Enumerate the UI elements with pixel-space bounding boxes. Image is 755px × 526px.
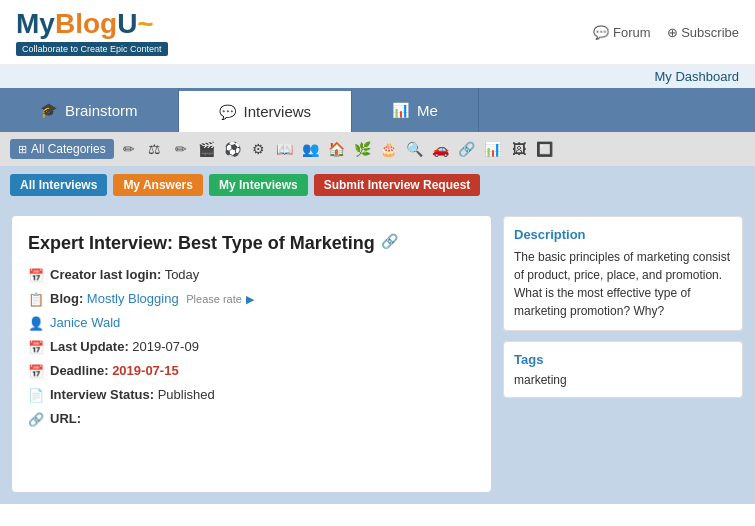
right-panel: Description The basic principles of mark… xyxy=(503,216,743,492)
last-update-value: 2019-07-09 xyxy=(132,339,199,354)
creator-label: Creator last login: xyxy=(50,267,161,282)
status-label: Interview Status: xyxy=(50,387,154,402)
tab-me[interactable]: 📊 Me xyxy=(352,88,479,132)
book-icon[interactable]: 📖 xyxy=(274,138,296,160)
subscribe-icon: ⊕ xyxy=(667,25,678,40)
blog-row: 📋 Blog: Mostly Blogging Please rate ▶ xyxy=(28,291,475,307)
chat-icon: 💬 xyxy=(593,25,609,40)
logo-tagline: Collaborate to Create Epic Content xyxy=(16,42,168,56)
my-answers-button[interactable]: My Answers xyxy=(113,174,203,196)
post-title-text: Expert Interview: Best Type of Marketing xyxy=(28,232,375,255)
post-title: Expert Interview: Best Type of Marketing… xyxy=(28,232,475,255)
me-tab-label: Me xyxy=(417,102,438,119)
logo-my: My xyxy=(16,8,55,39)
image-icon[interactable]: 🖼 xyxy=(508,138,530,160)
logo-u: U xyxy=(117,8,137,39)
deadline-icon: 📅 xyxy=(28,364,44,379)
leaf-icon[interactable]: 🌿 xyxy=(352,138,374,160)
search-icon[interactable]: 🔍 xyxy=(404,138,426,160)
filter-bar: All Interviews My Answers My Interviews … xyxy=(0,166,755,204)
link-icon[interactable]: 🔗 xyxy=(456,138,478,160)
sports-icon[interactable]: ⚽ xyxy=(222,138,244,160)
brainstorm-icon: 🎓 xyxy=(40,102,57,118)
categories-bar: ⊞ All Categories ✏ ⚖ ✏ 🎬 ⚽ ⚙ 📖 👥 🏠 🌿 🎂 🔍… xyxy=(0,132,755,166)
interviews-tab-label: Interviews xyxy=(244,103,312,120)
status-value: Published xyxy=(158,387,215,402)
video-icon[interactable]: 🎬 xyxy=(196,138,218,160)
bar-chart-icon[interactable]: 📊 xyxy=(482,138,504,160)
my-interviews-button[interactable]: My Interviews xyxy=(209,174,308,196)
blog-icon: 📋 xyxy=(28,292,44,307)
grid-icon: ⊞ xyxy=(18,143,27,156)
scales-icon[interactable]: ⚖ xyxy=(144,138,166,160)
home-icon[interactable]: 🏠 xyxy=(326,138,348,160)
description-title: Description xyxy=(514,227,732,242)
tag-item: marketing xyxy=(514,373,732,387)
header-nav: 💬 Forum ⊕ Subscribe xyxy=(593,25,739,40)
me-icon: 📊 xyxy=(392,102,409,118)
my-dashboard-link[interactable]: My Dashboard xyxy=(654,69,739,84)
subscribe-label: Subscribe xyxy=(681,25,739,40)
deadline-label: Deadline: xyxy=(50,363,109,378)
main-content: Expert Interview: Best Type of Marketing… xyxy=(0,204,755,504)
status-icon: 📄 xyxy=(28,388,44,403)
submit-interview-request-button[interactable]: Submit Interview Request xyxy=(314,174,481,196)
tags-title: Tags xyxy=(514,352,732,367)
tags-box: Tags marketing xyxy=(503,341,743,398)
forum-link[interactable]: 💬 Forum xyxy=(593,25,650,40)
deadline-row: 📅 Deadline: 2019-07-15 xyxy=(28,363,475,379)
all-categories-label: All Categories xyxy=(31,142,106,156)
please-rate-text: Please rate xyxy=(186,293,242,305)
update-icon: 📅 xyxy=(28,340,44,355)
all-interviews-button[interactable]: All Interviews xyxy=(10,174,107,196)
tab-interviews[interactable]: 💬 Interviews xyxy=(179,88,353,132)
author-row: 👤 Janice Wald xyxy=(28,315,475,331)
description-box: Description The basic principles of mark… xyxy=(503,216,743,331)
subscribe-link[interactable]: ⊕ Subscribe xyxy=(667,25,739,40)
dashboard-bar: My Dashboard xyxy=(0,65,755,88)
chain-icon: 🔗 xyxy=(381,232,398,250)
page-header: MyBlogU~ Collaborate to Create Epic Cont… xyxy=(0,0,755,65)
pen-icon[interactable]: ✏ xyxy=(170,138,192,160)
last-update-label: Last Update: xyxy=(50,339,129,354)
cake-icon[interactable]: 🎂 xyxy=(378,138,400,160)
right-arrow-icon: ▶ xyxy=(246,293,254,305)
people-icon[interactable]: 👥 xyxy=(300,138,322,160)
deadline-value: 2019-07-15 xyxy=(112,363,179,378)
car-icon[interactable]: 🚗 xyxy=(430,138,452,160)
description-content: The basic principles of marketing consis… xyxy=(514,248,732,320)
url-row: 🔗 URL: xyxy=(28,411,475,427)
calendar-icon: 📅 xyxy=(28,268,44,283)
pencil-icon[interactable]: ✏ xyxy=(118,138,140,160)
creator-login-row: 📅 Creator last login: Today xyxy=(28,267,475,283)
logo-text: MyBlogU~ xyxy=(16,8,168,40)
brainstorm-tab-label: Brainstorm xyxy=(65,102,138,119)
url-icon: 🔗 xyxy=(28,412,44,427)
creator-value: Today xyxy=(165,267,200,282)
interviews-icon: 💬 xyxy=(219,104,236,120)
forum-label: Forum xyxy=(613,25,651,40)
blog-link[interactable]: Mostly Blogging xyxy=(87,291,179,306)
tab-brainstorm[interactable]: 🎓 Brainstorm xyxy=(0,88,179,132)
author-link[interactable]: Janice Wald xyxy=(50,315,120,330)
logo[interactable]: MyBlogU~ Collaborate to Create Epic Cont… xyxy=(16,8,168,56)
post-detail-panel: Expert Interview: Best Type of Marketing… xyxy=(12,216,491,492)
all-categories-button[interactable]: ⊞ All Categories xyxy=(10,139,114,159)
logo-wave: ~ xyxy=(137,8,153,39)
user-icon: 👤 xyxy=(28,316,44,331)
status-row: 📄 Interview Status: Published xyxy=(28,387,475,403)
tab-bar: 🎓 Brainstorm 💬 Interviews 📊 Me xyxy=(0,88,755,132)
gear-icon[interactable]: ⚙ xyxy=(248,138,270,160)
logo-blog: Blog xyxy=(55,8,117,39)
blog-label: Blog: xyxy=(50,291,83,306)
url-label: URL: xyxy=(50,411,81,426)
last-update-row: 📅 Last Update: 2019-07-09 xyxy=(28,339,475,355)
box-icon[interactable]: 🔲 xyxy=(534,138,556,160)
